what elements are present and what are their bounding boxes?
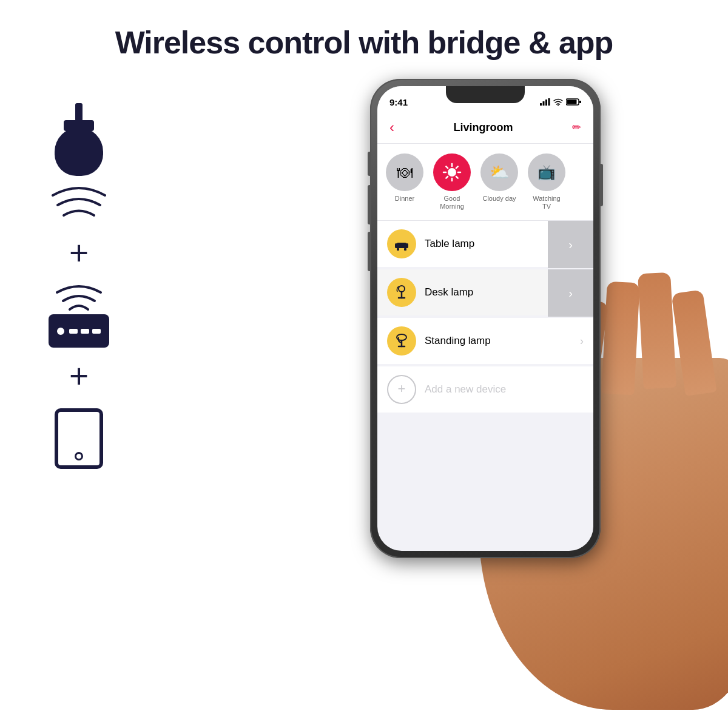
desk-lamp-svg <box>394 285 410 300</box>
svg-rect-1 <box>543 101 545 106</box>
scene-circle-dinner: 🍽 <box>386 153 423 191</box>
svg-point-23 <box>399 286 405 292</box>
bridge-box <box>49 314 109 348</box>
svg-rect-2 <box>545 99 547 106</box>
standing-lamp-svg <box>394 333 409 349</box>
sun-icon <box>442 163 462 182</box>
svg-line-16 <box>446 177 448 178</box>
standing-lamp-icon <box>387 326 416 356</box>
svg-rect-22 <box>404 248 406 251</box>
bridge-icon <box>49 279 109 348</box>
scenes-row: 🍽 Dinner <box>377 144 593 221</box>
status-time: 9:41 <box>389 97 408 107</box>
svg-rect-20 <box>406 243 408 248</box>
svg-rect-3 <box>548 98 550 106</box>
table-lamp-row[interactable]: Table lamp › <box>377 221 593 268</box>
scene-circle-cloudy: ⛅ <box>480 153 518 191</box>
header-title: Livingroom <box>454 121 513 134</box>
svg-rect-0 <box>540 103 542 106</box>
svg-point-8 <box>448 168 456 177</box>
desk-lamp-name: Desk lamp <box>425 286 538 298</box>
phone-mockup: 9:41 <box>358 79 698 673</box>
scene-circle-morning <box>433 153 471 191</box>
scene-label-morning: GoodMorning <box>440 195 464 211</box>
standing-lamp-arrow: › <box>580 335 584 348</box>
svg-point-4 <box>558 104 559 106</box>
svg-rect-19 <box>395 243 397 248</box>
scene-cloudy[interactable]: ⛅ Cloudy day <box>478 153 521 211</box>
phone-screen: 9:41 <box>377 86 593 551</box>
standing-lamp-name: Standing lamp <box>425 335 584 347</box>
svg-line-13 <box>446 166 448 168</box>
scene-label-tv: WatchingTV <box>533 195 560 211</box>
scene-label-cloudy: Cloudy day <box>482 195 516 203</box>
add-device-icon: + <box>387 375 416 404</box>
scene-tv[interactable]: 📺 WatchingTV <box>525 153 568 211</box>
phone-frame: 9:41 <box>370 79 601 558</box>
svg-line-15 <box>456 166 458 168</box>
svg-rect-18 <box>397 243 406 246</box>
scene-label-dinner: Dinner <box>395 195 414 203</box>
add-device-row[interactable]: + Add a new device <box>377 366 593 413</box>
back-button[interactable]: ‹ <box>389 119 394 136</box>
add-device-label: Add a new device <box>425 383 506 396</box>
table-lamp-reveal: › <box>548 221 593 268</box>
desk-lamp-icon <box>387 278 416 307</box>
svg-rect-7 <box>579 101 581 103</box>
sofa-icon <box>394 236 410 252</box>
scene-good-morning[interactable]: GoodMorning <box>431 153 473 211</box>
edit-button[interactable]: ✏ <box>572 121 581 134</box>
svg-line-14 <box>456 177 458 178</box>
battery-icon <box>566 98 581 106</box>
scene-circle-tv: 📺 <box>528 153 565 191</box>
standing-lamp-row[interactable]: Standing lamp › <box>377 318 593 365</box>
plus-icon-1: + <box>69 237 89 270</box>
left-icons-column: + + <box>49 103 109 469</box>
page-title: Wireless control with bridge & app <box>0 0 728 79</box>
table-lamp-icon <box>387 229 416 258</box>
signal-icon <box>540 98 550 106</box>
bulb-icon <box>52 103 106 221</box>
desk-lamp-row[interactable]: Desk lamp › <box>377 269 593 317</box>
table-lamp-name: Table lamp <box>425 238 538 250</box>
phone-notch <box>446 86 525 103</box>
desk-lamp-reveal: › <box>548 269 593 317</box>
scene-dinner[interactable]: 🍽 Dinner <box>383 153 426 211</box>
svg-rect-6 <box>567 100 577 104</box>
wifi-icon <box>553 98 563 106</box>
device-list: Table lamp › <box>377 221 593 413</box>
tablet-icon <box>55 408 103 469</box>
app-header: ‹ Livingroom ✏ <box>377 113 593 144</box>
plus-icon-2: + <box>69 360 89 393</box>
svg-rect-21 <box>397 248 399 251</box>
